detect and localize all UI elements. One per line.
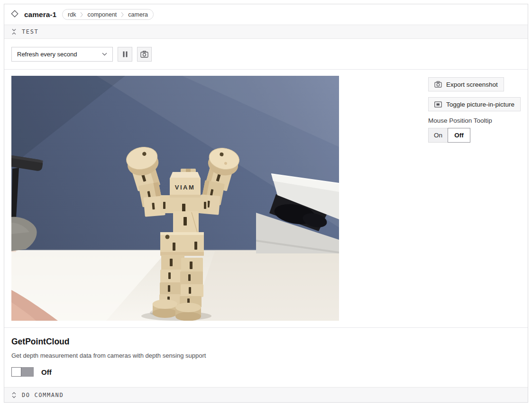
section-test-toggle[interactable]: TEST: [4, 25, 528, 39]
toggle-pip-label: Toggle picture-in-picture: [446, 101, 514, 108]
expand-icon: [11, 392, 17, 398]
toggle-knob: [11, 367, 21, 377]
picture-in-picture-icon: [434, 101, 442, 108]
section-do-command-label: DO COMMAND: [22, 392, 64, 398]
camera-icon: [434, 81, 442, 88]
test-panel-body: VIAM: [4, 70, 528, 328]
breadcrumb-separator-icon: [80, 12, 83, 18]
get-point-cloud-toggle[interactable]: [11, 367, 34, 377]
get-point-cloud-description: Get depth measurement data from cameras …: [11, 352, 521, 359]
stream-side-controls: Export screenshot Toggle picture-in-pict…: [428, 77, 521, 143]
camera-stream-image: VIAM: [11, 76, 339, 321]
component-diamond-icon: [11, 10, 18, 19]
export-screenshot-label: Export screenshot: [446, 81, 498, 88]
camera-icon: [140, 51, 148, 58]
stream-toolbar: Refresh every second: [4, 39, 528, 70]
chevron-down-icon: [102, 53, 107, 56]
export-screenshot-button[interactable]: Export screenshot: [428, 77, 504, 91]
section-do-command-toggle[interactable]: DO COMMAND: [4, 387, 528, 402]
camera-stream: VIAM: [11, 76, 339, 321]
tooltip-on-button[interactable]: On: [428, 128, 448, 143]
camera-component-card: camera-1 rdk component camera TEST Refre…: [4, 4, 528, 403]
collapse-icon: [11, 28, 17, 35]
page-title: camera-1: [24, 10, 56, 19]
refresh-rate-select[interactable]: Refresh every second: [11, 47, 113, 62]
pause-stream-button[interactable]: [118, 47, 132, 62]
section-test-label: TEST: [22, 28, 38, 35]
get-point-cloud-section: GetPointCloud Get depth measurement data…: [4, 328, 528, 387]
mouse-tooltip-segmented-control: On Off: [428, 128, 470, 143]
breadcrumb-separator-icon: [121, 12, 124, 18]
get-point-cloud-state-label: Off: [41, 368, 52, 376]
refresh-rate-value: Refresh every second: [17, 51, 77, 58]
toggle-pip-button[interactable]: Toggle picture-in-picture: [428, 97, 521, 111]
get-point-cloud-title: GetPointCloud: [11, 337, 521, 347]
tooltip-off-button[interactable]: Off: [448, 128, 470, 143]
viam-logo-text: VIAM: [175, 184, 195, 191]
pause-icon: [122, 51, 128, 57]
card-header: camera-1 rdk component camera: [4, 4, 528, 25]
breadcrumb: rdk component camera: [62, 9, 154, 20]
breadcrumb-item-camera: camera: [128, 11, 148, 18]
breadcrumb-item-rdk: rdk: [68, 11, 76, 18]
breadcrumb-item-component: component: [87, 11, 117, 18]
screenshot-button[interactable]: [137, 47, 152, 62]
mouse-position-tooltip-label: Mouse Position Tooltip: [428, 117, 492, 124]
